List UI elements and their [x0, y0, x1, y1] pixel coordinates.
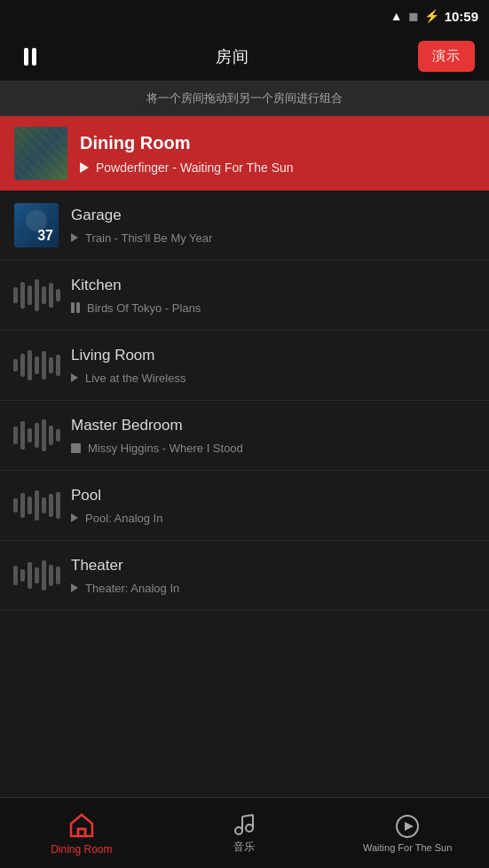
pause-icon: [24, 48, 36, 66]
livingroom-name: Living Room: [71, 347, 475, 364]
drag-hint: 将一个房间拖动到另一个房间进行组合: [0, 82, 489, 116]
room-item[interactable]: Pool Pool: Analog In: [0, 471, 489, 541]
room-item[interactable]: Master Bedroom Missy Higgins - Where I S…: [0, 401, 489, 471]
status-time: 10:59: [445, 9, 478, 24]
status-bar: ▲ ◼ ⚡ 10:59: [0, 0, 489, 32]
active-room-track: Powderfinger - Waiting For The Sun: [80, 160, 475, 175]
kitchen-waveform: [14, 273, 59, 317]
wifi-icon: ▲: [390, 9, 403, 23]
svg-line-8: [242, 815, 253, 817]
svg-point-5: [246, 825, 253, 832]
masterbedroom-waveform: [14, 413, 59, 457]
active-room[interactable]: Dining Room Powderfinger - Waiting For T…: [0, 116, 489, 191]
tab-dining-room-label: Dining Room: [51, 843, 112, 856]
pool-track-label: Pool: Analog In: [85, 512, 162, 525]
garage-name: Garage: [71, 207, 475, 224]
garage-album-art: 37: [14, 203, 59, 247]
svg-marker-10: [405, 822, 414, 831]
active-room-info: Dining Room Powderfinger - Waiting For T…: [80, 133, 475, 175]
kitchen-name: Kitchen: [71, 277, 475, 294]
room-item[interactable]: Kitchen Birds Of Tokyo - Plans: [0, 261, 489, 331]
kitchen-track: Birds Of Tokyo - Plans: [71, 301, 475, 315]
theater-name: Theater: [71, 557, 475, 575]
waveform-bars: [13, 419, 60, 451]
waveform-bars: [13, 560, 60, 590]
house-icon: [67, 811, 96, 840]
demo-button[interactable]: 演示: [418, 41, 475, 72]
theater-info: Theater Theater: Analog In: [71, 557, 475, 595]
kitchen-track-label: Birds Of Tokyo - Plans: [87, 301, 201, 315]
pool-name: Pool: [71, 487, 475, 504]
waveform-bars: [13, 279, 60, 311]
play-icon: [71, 513, 78, 522]
play-icon: [71, 373, 78, 382]
room-list: 37 Garage Train - This'll Be My Year: [0, 191, 489, 868]
garage-track-label: Train - This'll Be My Year: [85, 231, 212, 245]
masterbedroom-track: Missy Higgins - Where I Stood: [71, 442, 475, 455]
room-item[interactable]: Theater Theater: Analog In: [0, 541, 489, 611]
pause-button[interactable]: [14, 41, 46, 73]
kitchen-info: Kitchen Birds Of Tokyo - Plans: [71, 277, 475, 315]
pool-info: Pool Pool: Analog In: [71, 487, 475, 525]
pool-waveform: [14, 483, 59, 528]
theater-track-label: Theater: Analog In: [85, 582, 179, 595]
pause-icon: [71, 302, 80, 313]
battery-icon: ⚡: [424, 9, 439, 23]
tab-now-playing[interactable]: Waiting For The Sun: [327, 814, 488, 853]
tab-music-label: 音乐: [233, 840, 255, 855]
top-nav: 房间 演示: [0, 32, 489, 82]
signal-icon: ◼: [408, 9, 419, 23]
nav-title: 房间: [216, 46, 249, 67]
active-room-track-label: Powderfinger - Waiting For The Sun: [96, 160, 294, 175]
garage-track: Train - This'll Be My Year: [71, 231, 475, 245]
svg-rect-3: [78, 829, 85, 836]
theater-waveform: [14, 553, 59, 598]
play-icon: [71, 233, 78, 242]
room-item[interactable]: Living Room Live at the Wireless: [0, 331, 489, 401]
room-item[interactable]: 37 Garage Train - This'll Be My Year: [0, 191, 489, 261]
svg-point-4: [235, 827, 242, 834]
play-icon: [80, 162, 89, 173]
masterbedroom-name: Master Bedroom: [71, 417, 475, 434]
active-room-album-art: [14, 127, 67, 180]
livingroom-info: Living Room Live at the Wireless: [71, 347, 475, 385]
waveform-bars: [13, 350, 60, 380]
stop-icon: [71, 443, 81, 453]
tab-now-playing-label: Waiting For The Sun: [363, 842, 452, 853]
tab-music[interactable]: 音乐: [164, 811, 326, 855]
garage-info: Garage Train - This'll Be My Year: [71, 207, 475, 245]
dining-room-art: [14, 127, 67, 180]
tab-dining-room[interactable]: Dining Room: [1, 811, 162, 856]
pool-track: Pool: Analog In: [71, 512, 475, 525]
theater-track: Theater: Analog In: [71, 582, 475, 595]
music-icon: [232, 811, 256, 836]
play-icon: [71, 583, 78, 592]
masterbedroom-track-label: Missy Higgins - Where I Stood: [88, 442, 243, 455]
active-room-name: Dining Room: [80, 133, 475, 153]
masterbedroom-info: Master Bedroom Missy Higgins - Where I S…: [71, 417, 475, 455]
livingroom-track: Live at the Wireless: [71, 371, 475, 385]
livingroom-track-label: Live at the Wireless: [85, 371, 185, 385]
livingroom-waveform: [14, 343, 59, 387]
bottom-tab-bar: Dining Room 音乐 Waiting For The Sun: [0, 797, 489, 868]
nowplaying-icon: [395, 814, 420, 839]
waveform-bars: [13, 490, 60, 520]
